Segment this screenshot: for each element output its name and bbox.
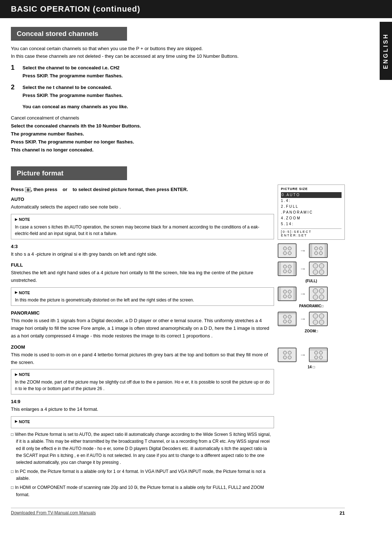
pc4 bbox=[288, 295, 291, 298]
english-tab: ENGLISH bbox=[380, 22, 392, 80]
149-top-band bbox=[310, 349, 327, 351]
diagram-43-screens: → bbox=[278, 243, 345, 258]
za3 bbox=[313, 320, 318, 325]
fc4 bbox=[288, 270, 291, 273]
right-panel: PICTURE SIZE 0 . A U T O 1 . 4 : 2 . F U… bbox=[278, 185, 345, 501]
na2 bbox=[319, 351, 323, 355]
zoom-bottom-band bbox=[278, 324, 296, 326]
page-number: 21 bbox=[340, 510, 345, 516]
bottom-note-3: In HDMI or COMPONENT mode of scanning ra… bbox=[11, 484, 274, 498]
tv-screen-149-after bbox=[309, 348, 328, 362]
diagram-149: → bbox=[278, 348, 345, 369]
press-line: Press ⊞, then press or to select desired… bbox=[11, 187, 274, 192]
diagram-43: → bbox=[278, 243, 345, 258]
circle-5 bbox=[314, 247, 318, 250]
step-1-number: 1 bbox=[11, 64, 19, 80]
picture-size-select: [ 0 - 5 ] : S E L E C T E N T E R : S E … bbox=[281, 228, 342, 237]
tv-group-zoom-after bbox=[309, 312, 328, 326]
bottom-note-2: In PC mode, the Picture format is a aila… bbox=[11, 468, 274, 482]
tv-circles-full-before bbox=[283, 265, 291, 273]
diagram-zoom-screens: → bbox=[278, 312, 345, 326]
page-header: BASIC OPERATION (continued) bbox=[0, 0, 392, 18]
tv-circles-149-before bbox=[283, 351, 291, 359]
panoramic-text: This mode is used ith 1 signals from a D… bbox=[11, 317, 274, 340]
zoom-heading: ZOOM bbox=[11, 344, 274, 350]
circle-7 bbox=[314, 251, 318, 255]
subsection-149: 14:9 This enlarges a 4 picture to the 14… bbox=[11, 399, 274, 428]
circle-8 bbox=[319, 251, 323, 255]
conceal-section: Conceal stored channels You can conceal … bbox=[11, 22, 345, 154]
diagram-zoom: → bbox=[278, 312, 345, 333]
tv-circles-149-after bbox=[314, 351, 323, 359]
arrow-pano: → bbox=[299, 290, 306, 298]
tv-circles-full-after bbox=[313, 263, 324, 275]
tv-circles-pano-after bbox=[313, 288, 324, 300]
nc4 bbox=[288, 356, 291, 359]
149-note-label: NOTE bbox=[15, 419, 270, 425]
step-2: 2 Select the ne t channel to be conceale… bbox=[11, 84, 345, 100]
footer-link[interactable]: Downloaded From TV-Manual.com Manuals bbox=[11, 510, 96, 515]
full-heading: FULL bbox=[11, 262, 274, 268]
tv-screen-43-after bbox=[309, 243, 328, 258]
subsection-zoom: ZOOM This mode is used to oom-in on e pa… bbox=[11, 344, 274, 394]
circle-6 bbox=[319, 247, 323, 250]
tv-screen-pano-after bbox=[309, 287, 328, 301]
zc1 bbox=[283, 315, 287, 319]
tv-screen-149-before bbox=[278, 348, 297, 362]
diagram-149-screens: → bbox=[278, 348, 345, 362]
na1 bbox=[314, 351, 318, 355]
tv-screen-43-inner bbox=[312, 244, 324, 257]
diagram-full: → bbox=[278, 262, 345, 283]
43-text: It sho s a 4 -picture in original si e i… bbox=[11, 251, 274, 258]
tv-group-zoom-before bbox=[278, 312, 297, 326]
arrow-149: → bbox=[299, 351, 306, 359]
cancel-section: Cancel concealment of channels Select th… bbox=[11, 115, 345, 154]
panoramic-label: PANORAMIC□ bbox=[278, 304, 345, 308]
cancel-line-4: This channel is no longer concealed. bbox=[11, 146, 345, 154]
149-label: 14 □ bbox=[278, 365, 345, 369]
tv-circles-zoom-after bbox=[313, 313, 324, 325]
tv-group-pano-before bbox=[278, 287, 297, 301]
fc3 bbox=[283, 270, 287, 273]
tv-group-43-before bbox=[278, 243, 297, 258]
arrow-zoom: → bbox=[299, 315, 306, 323]
tv-inner-pano bbox=[281, 287, 293, 300]
subsection-full: FULL Stretches the left and right hand s… bbox=[11, 262, 274, 306]
tv-screen-zoom-after bbox=[309, 312, 328, 326]
za2 bbox=[319, 313, 324, 319]
arrow-43: → bbox=[299, 247, 306, 255]
zoom-bands bbox=[278, 312, 296, 326]
nc3 bbox=[283, 356, 287, 359]
cancel-line-1: Select the concealed channels ith the 10… bbox=[11, 122, 345, 130]
auto-text: Automatically selects the aspect ratio s… bbox=[11, 203, 274, 211]
pa2 bbox=[319, 288, 324, 293]
tv-group-pano-after bbox=[309, 287, 328, 301]
fc2 bbox=[288, 265, 291, 268]
main-content: Conceal stored channels You can conceal … bbox=[0, 18, 356, 527]
picture-size-149: 5 . 1 4 : bbox=[281, 221, 342, 227]
panoramic-heading: PANORAMIC bbox=[11, 310, 274, 316]
za4 bbox=[319, 320, 324, 325]
picture-size-auto: 0 . A U T O bbox=[281, 192, 342, 198]
149-text: This enlarges a 4 picture to the 14 form… bbox=[11, 406, 274, 413]
full-text: Stretches the left and right hand sides … bbox=[11, 269, 274, 284]
fa3 bbox=[313, 270, 318, 275]
cancel-title: Cancel concealment of channels bbox=[11, 115, 345, 121]
tv-group-149-after bbox=[309, 348, 328, 362]
circle-2 bbox=[288, 247, 291, 250]
pa1 bbox=[313, 288, 318, 293]
you-can-text: You can conceal as many channels as you … bbox=[23, 103, 345, 111]
picture-format-main: Press ⊞, then press or to select desired… bbox=[11, 185, 274, 501]
zoom-note-text: In the ZOOM mode, part of the picture ma… bbox=[15, 379, 270, 392]
pc1 bbox=[283, 290, 287, 293]
picture-format-section: Picture format Press ⊞, then press or to… bbox=[11, 161, 345, 501]
pc2 bbox=[288, 290, 291, 293]
subsection-panoramic: PANORAMIC This mode is used ith 1 signal… bbox=[11, 310, 274, 340]
za1 bbox=[313, 313, 318, 319]
fa1 bbox=[313, 263, 318, 268]
zc3 bbox=[283, 320, 287, 323]
tv-group-43-after bbox=[309, 243, 328, 258]
zc2 bbox=[288, 315, 291, 319]
full-note: NOTE In this mode the picture is geometr… bbox=[11, 287, 274, 306]
step-2-number: 2 bbox=[11, 84, 19, 100]
